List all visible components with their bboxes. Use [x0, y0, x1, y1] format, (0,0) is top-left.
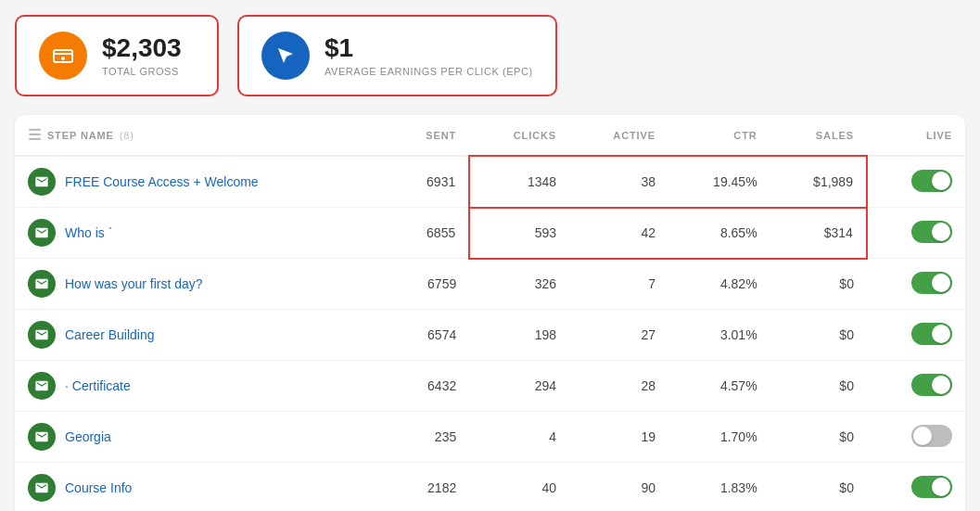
- step-name-link[interactable]: FREE Course Access + Welcome: [65, 174, 259, 189]
- live-toggle[interactable]: [911, 323, 952, 345]
- live-toggle[interactable]: [911, 272, 952, 294]
- step-email-icon: [28, 321, 56, 349]
- step-name-wrapper: Career Building: [28, 321, 375, 349]
- step-name-wrapper: FREE Course Access + Welcome: [28, 168, 375, 196]
- table-row: Georgia2354191.70%$0: [15, 412, 965, 463]
- ctr-value: 19.45%: [668, 156, 770, 208]
- step-name-link[interactable]: · Certificate: [65, 378, 131, 393]
- active-value: 38: [569, 156, 668, 208]
- ctr-header: CTR: [668, 115, 770, 156]
- table-row: How was your first day?675932674.82%$0: [15, 259, 965, 310]
- sent-value: 6432: [388, 361, 469, 412]
- step-name-cell: How was your first day?: [15, 259, 388, 310]
- sales-value: $0: [770, 361, 867, 412]
- step-name-link[interactable]: Who is `: [65, 225, 112, 240]
- live-header: LIVE: [867, 115, 965, 156]
- card-info-epc: $1AVERAGE EARNINGS PER CLICK (EPC): [325, 34, 533, 77]
- svg-rect-0: [54, 50, 72, 62]
- sent-value: 2182: [388, 463, 469, 512]
- clicks-value: 326: [469, 259, 569, 310]
- active-value: 42: [569, 208, 668, 259]
- table-row: Who is `6855593428.65%$314: [15, 208, 965, 259]
- step-name-header: ☰ STEP NAME (8): [15, 115, 388, 156]
- clicks-value: 40: [469, 463, 569, 512]
- live-toggle[interactable]: [911, 425, 952, 447]
- card-label-epc: AVERAGE EARNINGS PER CLICK (EPC): [325, 66, 533, 77]
- clicks-value: 294: [469, 361, 569, 412]
- clicks-value: 1348: [469, 156, 569, 208]
- live-cell: [867, 208, 965, 259]
- table-body: FREE Course Access + Welcome693113483819…: [15, 156, 965, 511]
- active-value: 28: [569, 361, 668, 412]
- card-epc: $1AVERAGE EARNINGS PER CLICK (EPC): [237, 15, 557, 96]
- step-name-link[interactable]: Course Info: [65, 480, 132, 495]
- card-value-epc: $1: [325, 34, 533, 63]
- table-row: · Certificate6432294284.57%$0: [15, 361, 965, 412]
- step-name-cell: Course Info: [15, 463, 388, 512]
- clicks-header: CLICKS: [469, 115, 569, 156]
- clicks-value: 593: [469, 208, 569, 259]
- card-info-gross: $2,303TOTAL GROSS: [102, 34, 182, 77]
- table-header-row: ☰ STEP NAME (8) SENT CLICKS ACTIVE CTR S…: [15, 115, 965, 156]
- card-label-gross: TOTAL GROSS: [102, 66, 182, 77]
- sent-value: 235: [388, 412, 469, 463]
- active-value: 27: [569, 310, 668, 361]
- live-toggle[interactable]: [911, 221, 952, 243]
- step-email-icon: [28, 423, 56, 451]
- clicks-value: 4: [469, 412, 569, 463]
- step-email-icon: [28, 474, 56, 502]
- sales-value: $1,989: [770, 156, 867, 208]
- step-name-cell: FREE Course Access + Welcome: [15, 156, 388, 208]
- step-name-wrapper: Georgia: [28, 423, 375, 451]
- live-cell: [867, 259, 965, 310]
- sales-value: $0: [770, 412, 867, 463]
- step-name-link[interactable]: Georgia: [65, 429, 111, 444]
- ctr-value: 8.65%: [668, 208, 770, 259]
- live-cell: [867, 156, 965, 208]
- live-toggle[interactable]: [911, 476, 952, 498]
- steps-table-container: ☰ STEP NAME (8) SENT CLICKS ACTIVE CTR S…: [15, 115, 965, 511]
- step-name-cell: · Certificate: [15, 361, 388, 412]
- step-name-wrapper: How was your first day?: [28, 270, 375, 298]
- card-value-gross: $2,303: [102, 34, 182, 63]
- steps-table: ☰ STEP NAME (8) SENT CLICKS ACTIVE CTR S…: [15, 115, 965, 511]
- ctr-value: 1.83%: [668, 463, 770, 512]
- step-name-wrapper: · Certificate: [28, 372, 375, 400]
- active-header: ACTIVE: [569, 115, 668, 156]
- live-cell: [867, 463, 965, 512]
- step-name-link[interactable]: How was your first day?: [65, 276, 203, 291]
- table-row: Career Building6574198273.01%$0: [15, 310, 965, 361]
- table-row: FREE Course Access + Welcome693113483819…: [15, 156, 965, 208]
- step-name-cell: Who is `: [15, 208, 388, 259]
- card-icon-gross: [39, 32, 87, 80]
- list-icon: ☰: [28, 126, 42, 144]
- active-value: 90: [569, 463, 668, 512]
- step-name-wrapper: Who is `: [28, 219, 375, 247]
- sent-value: 6931: [388, 156, 469, 208]
- sent-header: SENT: [388, 115, 469, 156]
- active-value: 7: [569, 259, 668, 310]
- step-name-link[interactable]: Career Building: [65, 327, 155, 342]
- step-name-cell: Georgia: [15, 412, 388, 463]
- clicks-value: 198: [469, 310, 569, 361]
- ctr-value: 4.57%: [668, 361, 770, 412]
- top-cards-section: $2,303TOTAL GROSS$1AVERAGE EARNINGS PER …: [15, 15, 965, 96]
- sales-value: $0: [770, 259, 867, 310]
- step-email-icon: [28, 270, 56, 298]
- live-toggle[interactable]: [911, 170, 952, 192]
- ctr-value: 4.82%: [668, 259, 770, 310]
- sales-value: $314: [770, 208, 867, 259]
- svg-point-2: [61, 57, 65, 60]
- step-name-cell: Career Building: [15, 310, 388, 361]
- sales-value: $0: [770, 463, 867, 512]
- step-email-icon: [28, 168, 56, 196]
- step-name-wrapper: Course Info: [28, 474, 375, 502]
- card-icon-epc: [261, 32, 310, 80]
- ctr-value: 3.01%: [668, 310, 770, 361]
- step-email-icon: [28, 372, 56, 400]
- live-cell: [867, 361, 965, 412]
- live-toggle[interactable]: [911, 374, 952, 396]
- sent-value: 6855: [388, 208, 469, 259]
- active-value: 19: [569, 412, 668, 463]
- sales-value: $0: [770, 310, 867, 361]
